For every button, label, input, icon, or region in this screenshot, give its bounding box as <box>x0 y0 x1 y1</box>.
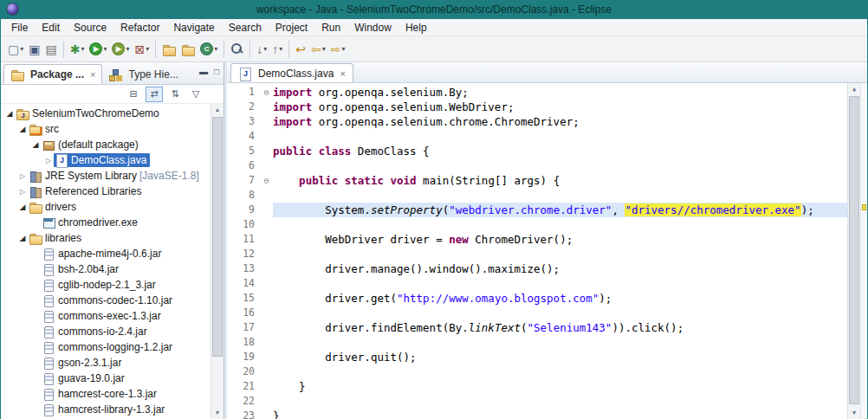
code-line-7[interactable]: 7⊖ public static void main(String[] args… <box>227 173 847 188</box>
code-line-6[interactable]: 6 <box>227 158 847 173</box>
dropdown-arrow-icon[interactable]: ▾ <box>214 45 217 53</box>
tree-item-commons-codec-1-10-jar[interactable]: commons-codec-1.10.jar <box>1 293 223 308</box>
code-line-11[interactable]: 11 WebDriver driver = new ChromeDriver()… <box>227 232 847 247</box>
tree-item-jre-system-library[interactable]: ▷JRE System Library[JavaSE-1.8] <box>1 168 223 184</box>
tree-item-democlass-java[interactable]: ▷DemoClass.java <box>1 152 223 168</box>
menu-refactor[interactable]: Refactor <box>113 20 166 35</box>
collapse-all-icon[interactable]: ⊟ <box>125 87 142 102</box>
menu-source[interactable]: Source <box>67 20 113 35</box>
dropdown-arrow-icon[interactable]: ▾ <box>322 45 326 53</box>
previous-annotation-button[interactable]: ↑▾ <box>269 39 285 60</box>
view-menu-icon[interactable]: ▽ <box>187 87 204 102</box>
tree-item-commons-logging-1-2-jar[interactable]: commons-logging-1.2.jar <box>1 339 223 355</box>
external-tools-button[interactable]: ⊠▾ <box>133 39 152 60</box>
tree-item-cglib-nodep-2-1-3-jar[interactable]: cglib-nodep-2.1_3.jar <box>1 277 223 293</box>
maximize-view-icon[interactable]: □ <box>214 67 219 76</box>
tree-item-commons-exec-1-3-jar[interactable]: commons-exec-1.3.jar <box>1 308 223 324</box>
debug-button[interactable]: ✱▾ <box>68 39 87 60</box>
back-button[interactable]: ⇦▾ <box>308 39 328 60</box>
code-line-2[interactable]: 2import org.openqa.selenium.WebDriver; <box>227 100 847 114</box>
menu-edit[interactable]: Edit <box>35 20 67 35</box>
code-line-9[interactable]: 9 System.setProperty("webdriver.chrome.d… <box>227 203 847 217</box>
close-icon[interactable]: × <box>340 68 345 79</box>
menu-project[interactable]: Project <box>269 20 314 35</box>
code-line-21[interactable]: 21 } <box>227 379 847 394</box>
scroll-up-icon[interactable]: ▲ <box>211 104 223 116</box>
coverage-button[interactable]: ▶▾ <box>109 39 132 60</box>
menu-navigate[interactable]: Navigate <box>166 20 221 35</box>
expander-expanded-icon[interactable]: ◢ <box>17 203 28 211</box>
code-editor[interactable]: 1⊖import org.openqa.selenium.By;2import … <box>227 83 867 419</box>
next-annotation-button[interactable]: ↓▾ <box>254 39 269 60</box>
dropdown-arrow-icon[interactable]: ▾ <box>126 45 129 53</box>
tree-item-seleniumtwochromedemo[interactable]: ◢SeleniumTwoChromeDemo <box>1 106 223 121</box>
scroll-up-icon[interactable]: ▲ <box>848 83 860 95</box>
expander-expanded-icon[interactable]: ◢ <box>17 125 28 133</box>
dropdown-arrow-icon[interactable]: ▾ <box>20 45 23 53</box>
dropdown-arrow-icon[interactable]: ▾ <box>279 45 282 53</box>
dropdown-arrow-icon[interactable]: ▾ <box>103 45 107 53</box>
code-line-8[interactable]: 8 <box>227 188 847 203</box>
expander-collapsed-icon[interactable]: ▷ <box>17 188 28 196</box>
tree-item-referenced-libraries[interactable]: ▷Referenced Libraries <box>1 184 223 199</box>
editor-scrollbar[interactable]: ▲ ▼ <box>847 83 860 419</box>
menu-window[interactable]: Window <box>347 20 398 35</box>
code-line-1[interactable]: 1⊖import org.openqa.selenium.By; <box>227 85 847 100</box>
code-line-20[interactable]: 20 <box>227 364 847 379</box>
code-line-3[interactable]: 3import org.openqa.selenium.chrome.Chrom… <box>227 114 847 129</box>
tree-item-gson-2-3-1-jar[interactable]: gson-2.3.1.jar <box>1 355 223 371</box>
code-line-22[interactable]: 22 <box>227 394 847 409</box>
forward-button[interactable]: ⇨▾ <box>328 39 348 60</box>
expander-expanded-icon[interactable]: ◢ <box>17 234 28 242</box>
package-explorer-scrollbar[interactable]: ▲ ▼ <box>211 104 223 419</box>
dropdown-arrow-icon[interactable]: ▾ <box>263 45 267 53</box>
new-class-button[interactable]: C▾ <box>198 39 220 60</box>
fold-marker-icon[interactable]: ⊖ <box>260 85 273 100</box>
code-line-14[interactable]: 14 <box>227 276 847 291</box>
expander-expanded-icon[interactable]: ◢ <box>30 140 41 149</box>
code-line-10[interactable]: 10 <box>227 217 847 232</box>
menu-file[interactable]: File <box>4 20 35 35</box>
scroll-down-icon[interactable]: ▼ <box>848 407 860 419</box>
expander-collapsed-icon[interactable]: ▷ <box>17 172 28 180</box>
tree-item-guava-19-0-jar[interactable]: guava-19.0.jar <box>1 371 223 386</box>
tree-item-apache-mime4j-0-6-jar[interactable]: apache-mime4j-0.6.jar <box>1 246 223 261</box>
tab-type-hierarchy[interactable]: Type Hie... <box>102 64 184 84</box>
code-line-19[interactable]: 19 driver.quit(); <box>227 350 847 364</box>
occurrence-marker-icon[interactable] <box>862 204 866 210</box>
close-icon[interactable]: × <box>90 69 95 80</box>
code-line-18[interactable]: 18 <box>227 335 847 350</box>
focus-on-active-task-icon[interactable]: ⇅ <box>166 87 184 102</box>
tree-item-src[interactable]: ◢src <box>1 121 223 137</box>
scroll-down-icon[interactable]: ▼ <box>211 407 223 419</box>
code-line-15[interactable]: 15 driver.get("http://www.omayo.blogspot… <box>227 291 847 306</box>
code-line-12[interactable]: 12 <box>227 247 847 261</box>
tree-item-drivers[interactable]: ◢drivers <box>1 199 223 215</box>
dropdown-arrow-icon[interactable]: ▾ <box>146 45 149 53</box>
menu-help[interactable]: Help <box>398 20 434 35</box>
minimize-view-icon[interactable]: ▬ <box>199 67 208 76</box>
title-bar[interactable]: workspace - Java - SeleniumTwoChromeDemo… <box>1 0 867 19</box>
dropdown-arrow-icon[interactable]: ▾ <box>342 45 346 53</box>
scrollbar-thumb[interactable] <box>849 96 859 404</box>
tree-item-default-package[interactable]: ◢(default package) <box>1 137 223 152</box>
tree-item-hamcrest-library-1-3-jar[interactable]: hamcrest-library-1.3.jar <box>1 402 223 417</box>
menu-run[interactable]: Run <box>314 20 347 35</box>
new-button[interactable]: ▢▾ <box>5 39 26 60</box>
tree-item-hamcrest-core-1-3-jar[interactable]: hamcrest-core-1.3.jar <box>1 386 223 402</box>
tab-democlass-java[interactable]: DemoClass.java × <box>230 63 353 82</box>
tree-item-commons-io-2-4-jar[interactable]: commons-io-2.4.jar <box>1 324 223 339</box>
code-line-13[interactable]: 13 driver.manage().window().maximize(); <box>227 261 847 276</box>
tab-package-explorer[interactable]: Package ... × <box>3 64 102 84</box>
code-line-16[interactable]: 16 <box>227 306 847 320</box>
overview-ruler[interactable] <box>860 83 867 419</box>
code-line-23[interactable]: 23} <box>227 409 847 419</box>
save-button[interactable]: ▣ <box>26 39 42 60</box>
code-line-5[interactable]: 5public class DemoClass { <box>227 144 847 158</box>
print-button[interactable]: ▤ <box>42 39 59 60</box>
tree-item-chromedriver-exe[interactable]: chromedriver.exe <box>1 215 223 230</box>
dropdown-arrow-icon[interactable]: ▾ <box>81 45 84 53</box>
code-line-4[interactable]: 4 <box>227 129 847 144</box>
expander-collapsed-icon[interactable]: ▷ <box>43 157 54 164</box>
new-java-project-button[interactable] <box>159 39 178 60</box>
